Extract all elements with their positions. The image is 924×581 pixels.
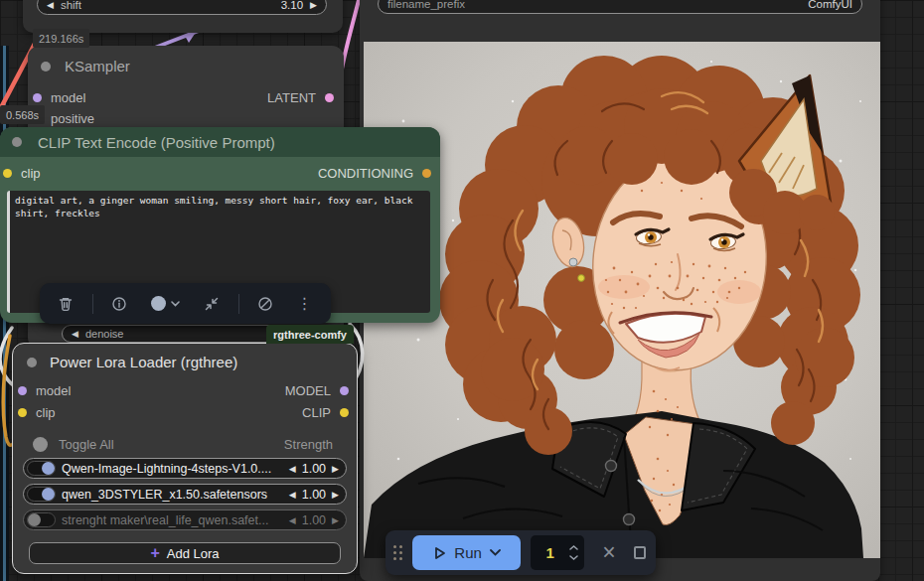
denoise-label: denoise [85,328,124,340]
lora-toggle[interactable] [27,487,56,502]
trash-icon [58,296,74,312]
lora-strength-value[interactable]: 1.00 [302,488,326,502]
add-lora-button[interactable]: + Add Lora [29,542,341,564]
portrait-illustration [364,42,880,558]
filename-prefix-label: filename_prefix [387,0,465,10]
conditioning-output-slot[interactable] [422,169,431,178]
lora-strength-value[interactable]: 1.00 [302,513,326,527]
clip-input-slot[interactable] [3,169,12,178]
filename-prefix-widget[interactable]: filename_prefix ComfyUI [378,0,862,14]
conditioning-output-label: CONDITIONING [318,166,413,181]
stop-icon[interactable] [634,546,646,559]
toolbar-drag-handle[interactable] [393,545,402,560]
node-color-button[interactable] [146,291,186,317]
ksampler-model-input-label: model [51,90,85,105]
collapse-node-button[interactable] [199,291,225,317]
lora-name[interactable]: Qwen-Image-Lightning-4steps-V1.0.... [62,462,283,476]
lora-row[interactable]: Qwen-Image-Lightning-4steps-V1.0.... ◀ 1… [23,458,347,479]
ksampler-model-input-slot[interactable] [33,93,42,102]
lora-node-collapse-dot[interactable] [27,358,37,367]
ksampler-collapse-dot[interactable] [41,62,51,72]
chevron-down-icon [490,549,501,556]
strength-increment-arrow[interactable]: ▶ [332,515,339,525]
run-toolbar[interactable]: Run 1 × [385,530,656,575]
ksampler-positive-input-label: positive [51,111,94,126]
strength-header: Strength [284,437,333,452]
stepper-down-icon[interactable] [569,555,578,560]
earring-silver [569,258,577,266]
rgthree-badge: rgthree-comfy [266,325,354,344]
shift-value: 3.10 [281,0,303,11]
earring-gold [578,275,585,282]
lora-model-input-slot[interactable] [18,386,27,395]
run-label: Run [454,544,482,561]
ksampler-latent-output-slot[interactable] [325,93,334,102]
node-info-button[interactable] [106,291,132,317]
chevron-down-icon [171,301,180,307]
info-icon [111,296,127,312]
lora-clip-input-slot[interactable] [18,408,27,417]
clip-node-title: CLIP Text Encode (Positive Prompt) [38,134,275,151]
toolbar-separator [238,294,239,314]
bypass-node-button[interactable] [252,291,278,317]
strength-decrement-arrow[interactable]: ◀ [289,490,296,500]
clip-time-badge: 0.568s [0,105,45,124]
node-context-toolbar[interactable]: ⋮ [40,283,331,324]
ksampler-time-badge: 219.166s [33,29,89,48]
lora-clip-output-label: CLIP [302,405,331,420]
lora-clip-input-label: clip [36,405,56,420]
lora-model-input-label: model [36,383,71,398]
toggle-all-switch[interactable] [33,437,48,452]
lora-strength-value[interactable]: 1.00 [302,462,326,476]
batch-count-input[interactable]: 1 [531,535,584,570]
image-preview [364,42,880,558]
comfyui-canvas[interactable]: { "badges": { "time_top": "219.166s", "t… [0,0,924,581]
shift-decrement-arrow[interactable]: ◀ [47,0,54,10]
clip-node-collapse-dot[interactable] [12,137,22,147]
strength-increment-arrow[interactable]: ▶ [332,464,339,474]
lora-row[interactable]: qwen_3DSTYLER_x1.50.safetensors ◀ 1.00 ▶ [23,484,347,505]
strength-decrement-arrow[interactable]: ◀ [289,464,296,474]
shift-widget[interactable]: ◀ shift 3.10 ▶ [37,0,327,15]
clear-queue-button[interactable]: × [594,541,623,564]
lora-model-output-label: MODEL [285,383,331,398]
toolbar-separator [92,294,93,314]
lora-node-title: Power Lora Loader (rgthree) [50,354,237,370]
batch-count-value: 1 [531,544,569,561]
power-lora-loader-node[interactable]: Power Lora Loader (rgthree) model MODEL … [12,343,358,574]
shift-increment-arrow[interactable]: ▶ [310,0,317,10]
filename-prefix-value: ComfyUI [808,0,852,10]
strength-decrement-arrow[interactable]: ◀ [289,515,296,525]
lora-name[interactable]: qwen_3DSTYLER_x1.50.safetensors [62,488,283,502]
clip-input-label: clip [21,166,41,181]
shift-label: shift [61,0,81,11]
no-entry-icon [257,296,273,312]
more-options-button[interactable]: ⋮ [292,291,318,317]
denoise-decrement-arrow[interactable]: ◀ [72,329,78,339]
stepper-up-icon[interactable] [569,545,578,550]
ksampler-latent-output-label: LATENT [267,90,316,105]
color-swatch-icon [151,296,166,311]
lora-model-output-slot[interactable] [340,386,349,395]
play-icon [432,546,446,560]
lora-name[interactable]: strenght maker\real_life_qwen.safet... [62,513,283,527]
collapse-icon [204,296,220,312]
add-lora-label: Add Lora [167,546,220,561]
lora-row[interactable]: strenght maker\real_life_qwen.safet... ◀… [23,509,347,530]
lora-toggle[interactable] [27,461,56,476]
strength-increment-arrow[interactable]: ▶ [332,490,339,500]
delete-node-button[interactable] [53,291,78,317]
lora-toggle[interactable] [27,512,56,527]
lora-clip-output-slot[interactable] [340,408,349,417]
ksampler-title: KSampler [65,58,130,74]
run-button[interactable]: Run [412,535,521,570]
toggle-all-label: Toggle All [59,437,114,452]
plus-icon: + [150,545,159,561]
